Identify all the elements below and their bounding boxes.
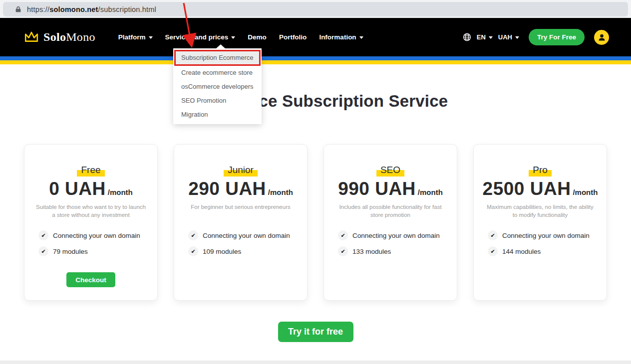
try-it-for-free-button[interactable]: Try it for free [278,322,353,342]
url-scheme: https:// [27,5,49,13]
browser-window: https://solomono.net/subscription.html S… [0,0,631,364]
plan-features: ✔ Connecting your own domain ✔ 144 modul… [474,230,607,256]
logo[interactable]: SoloMono [24,30,95,45]
check-icon: ✔ [488,246,498,256]
lock-icon [15,5,22,13]
browser-address-bar: https://solomono.net/subscription.html [0,0,631,18]
brand-bold: Solo [43,30,66,43]
plan-features: ✔ Connecting your own domain ✔ 109 modul… [174,230,307,256]
check-icon: ✔ [188,230,198,240]
language-selector[interactable]: EN [477,33,493,41]
nav-item-information[interactable]: Information [319,33,363,41]
pricing-card-pro: Pro 2500 UAH/month Maximum capabilities,… [473,144,607,301]
currency-selector[interactable]: UAH [498,33,519,41]
plan-description: Suitable for those who want to try to la… [24,203,157,222]
nav-item-demo[interactable]: Demo [248,33,267,41]
plan-price: 0 UAH [49,179,106,199]
check-icon: ✔ [188,246,198,256]
plan-description: Maximum capabilities, no limits, the abi… [474,203,607,222]
brand-name: SoloMono [43,30,95,44]
pricing-cards: Free 0 UAH/month Suitable for those who … [0,144,631,301]
check-icon: ✔ [488,230,498,240]
chevron-down-icon [359,36,363,39]
flag-stripe-blue [0,56,631,60]
dropdown-caret [216,44,225,48]
user-avatar[interactable] [594,30,609,45]
currency-label: UAH [498,33,512,41]
dropdown-item-seo-promotion[interactable]: SEO Promotion [173,94,262,108]
plan-period: /month [268,188,293,196]
header-right: EN UAH Try For Free [463,29,609,45]
check-icon: ✔ [38,246,48,256]
site-header: SoloMono Platform Services and prices De… [0,18,631,56]
nav-item-portfolio[interactable]: Portfolio [279,33,307,41]
pricing-card-junior: Junior 290 UAH/month For beginner but se… [174,144,308,301]
dropdown-item-migration[interactable]: Migration [173,108,262,122]
chevron-down-icon [149,36,153,39]
brand-regular: Mono [66,30,95,43]
url-field[interactable]: https://solomono.net/subscription.html [3,2,628,16]
url-path: /subscription.html [98,5,156,13]
feature-label: 144 modules [502,248,541,255]
feature-item: ✔ Connecting your own domain [38,230,157,240]
plan-features: ✔ Connecting your own domain ✔ 133 modul… [324,230,457,256]
feature-label: Connecting your own domain [53,232,140,239]
plan-features: ✔ Connecting your own domain ✔ 79 module… [24,230,157,256]
check-icon: ✔ [338,246,348,256]
nav-item-label: Portfolio [279,33,307,41]
feature-item: ✔ 133 modules [338,246,457,256]
pricing-card-free: Free 0 UAH/month Suitable for those who … [24,144,158,301]
nav-item-label: Platform [118,33,146,41]
url-text: https://solomono.net/subscription.html [27,5,156,13]
checkout-button[interactable]: Checkout [66,272,115,287]
nav-item-label: Services and prices [165,33,229,41]
feature-label: Connecting your own domain [203,232,290,239]
plan-price-row: 990 UAH/month [324,179,457,199]
plan-period: /month [108,188,133,196]
dropdown-item-create-ecommerce-store[interactable]: Create ecommerce store [173,66,262,80]
plan-price-row: 0 UAH/month [24,179,157,199]
plan-price: 290 UAH [188,179,266,199]
feature-item: ✔ Connecting your own domain [338,230,457,240]
crown-icon [24,30,39,45]
chevron-down-icon [489,36,493,39]
plan-description: Includes all possible functionality for … [324,203,457,222]
plan-title: Junior [224,165,258,177]
feature-item: ✔ 79 modules [38,246,157,256]
nav-item-services-and-prices[interactable]: Services and prices [165,33,236,41]
feature-label: 133 modules [352,248,391,255]
plan-title: Pro [529,165,552,177]
nav-item-label: Demo [248,33,267,41]
dropdown-item-oscommerce-developers[interactable]: osCommerce developers [173,80,262,94]
feature-label: Connecting your own domain [502,232,590,239]
services-dropdown: Subscription Ecommerce Create ecommerce … [173,48,262,124]
feature-item: ✔ 144 modules [488,246,607,256]
dropdown-item-subscription-ecommerce[interactable]: Subscription Ecommerce [174,50,261,66]
main-nav: Platform Services and prices Demo Portfo… [118,33,363,41]
main-content: Ecommerce Subscription Service Free 0 UA… [0,92,631,342]
plan-period: /month [573,188,598,196]
feature-label: 109 modules [203,248,241,255]
nav-item-label: Information [319,33,356,41]
plan-price-row: 2500 UAH/month [474,179,607,199]
check-icon: ✔ [38,230,48,240]
plan-description: For beginner but serious entrepreneurs [174,203,307,222]
url-domain: solomono.net [49,5,98,13]
plan-price-row: 290 UAH/month [174,179,307,199]
plan-price: 990 UAH [338,179,416,199]
plan-title: SEO [376,165,404,177]
feature-item: ✔ 109 modules [188,246,307,256]
feature-label: 79 modules [53,248,88,255]
plan-title: Free [77,165,104,177]
try-for-free-button[interactable]: Try For Free [529,29,585,45]
page-title: Ecommerce Subscription Service [0,92,631,111]
chevron-down-icon [231,36,235,39]
plan-price: 2500 UAH [483,179,571,199]
flag-stripe-yellow [0,60,631,64]
feature-label: Connecting your own domain [352,232,440,239]
pricing-card-seo: SEO 990 UAH/month Includes all possible … [323,144,457,301]
check-icon: ✔ [338,230,348,240]
feature-item: ✔ Connecting your own domain [488,230,607,240]
feature-item: ✔ Connecting your own domain [188,230,307,240]
nav-item-platform[interactable]: Platform [118,33,153,41]
